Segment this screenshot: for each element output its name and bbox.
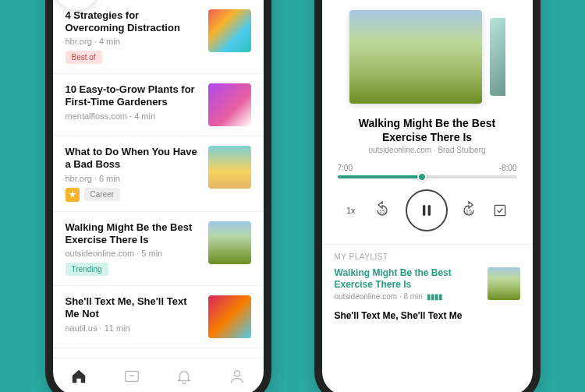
nav-home[interactable] — [70, 368, 87, 385]
seek-knob[interactable] — [417, 172, 427, 182]
playlist-item-thumbnail — [488, 267, 520, 300]
playlist-item-title: She'll Text Me, She'll Text Me — [335, 310, 480, 322]
svg-rect-5 — [126, 372, 139, 382]
item-meta: mentalfloss.com · 4 min — [66, 111, 200, 121]
item-meta: outsideonline.com · 5 min — [66, 249, 200, 258]
item-title: 4 Strategies for Overcoming Distraction — [66, 9, 200, 35]
play-pause-button[interactable] — [406, 189, 448, 231]
item-meta: hbr.org · 6 min — [66, 174, 200, 183]
rewind-15-icon: 15 — [373, 201, 392, 220]
time-elapsed: 7:00 — [338, 164, 353, 172]
nav-saved[interactable] — [123, 368, 140, 385]
progress: 7:00 -8:00 — [322, 154, 533, 182]
rewind-15-button[interactable]: 15 — [373, 201, 395, 220]
speed-button[interactable]: 1x — [340, 206, 362, 215]
playlist-item[interactable]: She'll Text Me, She'll Text Me — [335, 310, 520, 343]
track-artwork[interactable] — [349, 10, 482, 104]
svg-rect-12 — [428, 205, 431, 215]
playlist-item-title: Walking Might Be the Best Exercise There… — [335, 267, 480, 291]
chip-career: Career — [84, 188, 121, 201]
list-item[interactable]: She'll Text Me, She'll Text Me Notnautil… — [53, 286, 264, 348]
seek-bar[interactable] — [338, 175, 517, 178]
list-item[interactable]: 4 Strategies for Overcoming Distractionh… — [53, 0, 264, 74]
svg-point-6 — [234, 371, 239, 376]
list-item[interactable]: Walking Might Be the Best Exercise There… — [53, 212, 264, 287]
item-thumbnail — [208, 221, 251, 264]
item-title: Walking Might Be the Best Exercise There… — [66, 221, 200, 247]
bottom-nav — [53, 358, 264, 393]
forward-15-icon: 15 — [459, 201, 478, 220]
svg-rect-11 — [423, 205, 425, 215]
chip-trending: Trending — [66, 263, 108, 276]
track-meta: outsideonline.com · Brad Stulberg — [322, 146, 533, 154]
svg-text:15: 15 — [466, 209, 472, 214]
item-meta: hbr.org · 4 min — [66, 37, 200, 46]
playlist-item-meta: outsideonline.com · 8 min▮▮▮▮ — [335, 292, 480, 301]
pause-icon — [419, 203, 434, 218]
track-title: Walking Might Be the Best Exercise There… — [322, 110, 533, 146]
item-thumbnail — [208, 9, 251, 52]
item-meta: nautil.us · 11 min — [66, 323, 200, 333]
player-controls: 1x 15 15 — [322, 182, 533, 244]
item-thumbnail — [208, 83, 251, 126]
seek-fill — [338, 175, 422, 178]
article-list[interactable]: 4 Strategies for Overcoming Distractionh… — [53, 0, 264, 358]
nav-notifications[interactable] — [176, 368, 193, 385]
item-title: She'll Text Me, She'll Text Me Not — [66, 295, 200, 321]
nav-profile[interactable] — [229, 368, 246, 385]
item-thumbnail — [208, 146, 251, 189]
archive-button[interactable] — [492, 203, 514, 218]
phone-player: ▮▮▮▮ Playing From My List Walking Might … — [314, 0, 541, 392]
chip-bestof: Best of — [66, 51, 102, 64]
artwork-row — [322, 0, 533, 110]
playlist-section: MY PLAYLIST Walking Might Be the Best Ex… — [322, 244, 533, 352]
svg-text:15: 15 — [379, 209, 385, 214]
svg-rect-14 — [495, 205, 505, 215]
item-title: What to Do When You Have a Bad Boss — [66, 146, 200, 171]
playlist[interactable]: Walking Might Be the Best Exercise There… — [335, 267, 520, 343]
track-source: outsideonline.com — [368, 146, 431, 154]
time-remaining: -8:00 — [499, 164, 517, 172]
item-title: 10 Easy-to-Grow Plants for First-Time Ga… — [66, 83, 200, 109]
list-item[interactable]: 10 Easy-to-Grow Plants for First-Time Ga… — [53, 74, 264, 136]
next-track-artwork[interactable] — [490, 18, 505, 96]
playlist-item[interactable]: Walking Might Be the Best Exercise There… — [335, 267, 520, 301]
playlist-item-thumbnail — [488, 310, 520, 343]
forward-15-button[interactable]: 15 — [459, 201, 481, 220]
now-playing-icon: ▮▮▮▮ — [427, 292, 442, 301]
phone-list: ▮▮▮▮ My List 4 Strategies for Overcoming… — [45, 0, 271, 392]
track-author: Brad Stulberg — [438, 146, 485, 154]
archive-icon — [492, 203, 508, 218]
item-thumbnail — [208, 295, 251, 338]
star-icon: ★ — [66, 188, 80, 202]
playlist-header: MY PLAYLIST — [335, 253, 520, 261]
list-item[interactable]: What to Do When You Have a Bad Bosshbr.o… — [53, 136, 264, 212]
